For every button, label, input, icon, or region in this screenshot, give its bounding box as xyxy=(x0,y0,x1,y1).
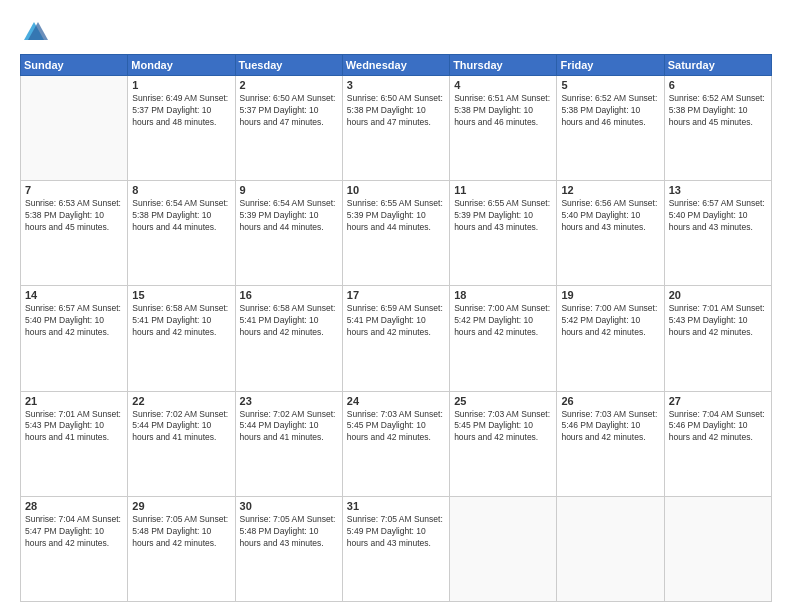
cell-info: Sunrise: 6:57 AM Sunset: 5:40 PM Dayligh… xyxy=(25,303,123,339)
day-number: 4 xyxy=(454,79,552,91)
day-number: 23 xyxy=(240,395,338,407)
calendar-week-row: 7Sunrise: 6:53 AM Sunset: 5:38 PM Daylig… xyxy=(21,181,772,286)
calendar-cell: 30Sunrise: 7:05 AM Sunset: 5:48 PM Dayli… xyxy=(235,496,342,601)
cell-info: Sunrise: 7:05 AM Sunset: 5:49 PM Dayligh… xyxy=(347,514,445,550)
day-number: 27 xyxy=(669,395,767,407)
day-number: 8 xyxy=(132,184,230,196)
weekday-header: Thursday xyxy=(450,55,557,76)
day-number: 29 xyxy=(132,500,230,512)
weekday-header: Monday xyxy=(128,55,235,76)
cell-info: Sunrise: 7:05 AM Sunset: 5:48 PM Dayligh… xyxy=(132,514,230,550)
day-number: 14 xyxy=(25,289,123,301)
calendar-cell: 17Sunrise: 6:59 AM Sunset: 5:41 PM Dayli… xyxy=(342,286,449,391)
weekday-header: Wednesday xyxy=(342,55,449,76)
day-number: 24 xyxy=(347,395,445,407)
calendar-cell: 19Sunrise: 7:00 AM Sunset: 5:42 PM Dayli… xyxy=(557,286,664,391)
logo xyxy=(20,18,52,46)
calendar-cell xyxy=(21,76,128,181)
calendar-cell: 8Sunrise: 6:54 AM Sunset: 5:38 PM Daylig… xyxy=(128,181,235,286)
calendar-cell: 6Sunrise: 6:52 AM Sunset: 5:38 PM Daylig… xyxy=(664,76,771,181)
cell-info: Sunrise: 6:49 AM Sunset: 5:37 PM Dayligh… xyxy=(132,93,230,129)
calendar-week-row: 1Sunrise: 6:49 AM Sunset: 5:37 PM Daylig… xyxy=(21,76,772,181)
weekday-header: Friday xyxy=(557,55,664,76)
cell-info: Sunrise: 6:58 AM Sunset: 5:41 PM Dayligh… xyxy=(132,303,230,339)
calendar-cell: 7Sunrise: 6:53 AM Sunset: 5:38 PM Daylig… xyxy=(21,181,128,286)
calendar-cell: 23Sunrise: 7:02 AM Sunset: 5:44 PM Dayli… xyxy=(235,391,342,496)
calendar-week-row: 28Sunrise: 7:04 AM Sunset: 5:47 PM Dayli… xyxy=(21,496,772,601)
calendar-table: SundayMondayTuesdayWednesdayThursdayFrid… xyxy=(20,54,772,602)
cell-info: Sunrise: 6:55 AM Sunset: 5:39 PM Dayligh… xyxy=(454,198,552,234)
day-number: 28 xyxy=(25,500,123,512)
weekday-header: Tuesday xyxy=(235,55,342,76)
cell-info: Sunrise: 7:03 AM Sunset: 5:46 PM Dayligh… xyxy=(561,409,659,445)
calendar-cell: 26Sunrise: 7:03 AM Sunset: 5:46 PM Dayli… xyxy=(557,391,664,496)
calendar-week-row: 14Sunrise: 6:57 AM Sunset: 5:40 PM Dayli… xyxy=(21,286,772,391)
cell-info: Sunrise: 7:02 AM Sunset: 5:44 PM Dayligh… xyxy=(240,409,338,445)
cell-info: Sunrise: 7:01 AM Sunset: 5:43 PM Dayligh… xyxy=(669,303,767,339)
day-number: 21 xyxy=(25,395,123,407)
weekday-header: Sunday xyxy=(21,55,128,76)
calendar-cell: 21Sunrise: 7:01 AM Sunset: 5:43 PM Dayli… xyxy=(21,391,128,496)
cell-info: Sunrise: 6:52 AM Sunset: 5:38 PM Dayligh… xyxy=(669,93,767,129)
calendar-cell: 29Sunrise: 7:05 AM Sunset: 5:48 PM Dayli… xyxy=(128,496,235,601)
day-number: 5 xyxy=(561,79,659,91)
cell-info: Sunrise: 6:56 AM Sunset: 5:40 PM Dayligh… xyxy=(561,198,659,234)
day-number: 26 xyxy=(561,395,659,407)
calendar-cell: 1Sunrise: 6:49 AM Sunset: 5:37 PM Daylig… xyxy=(128,76,235,181)
calendar-cell: 2Sunrise: 6:50 AM Sunset: 5:37 PM Daylig… xyxy=(235,76,342,181)
cell-info: Sunrise: 7:00 AM Sunset: 5:42 PM Dayligh… xyxy=(454,303,552,339)
calendar-cell: 24Sunrise: 7:03 AM Sunset: 5:45 PM Dayli… xyxy=(342,391,449,496)
cell-info: Sunrise: 7:04 AM Sunset: 5:46 PM Dayligh… xyxy=(669,409,767,445)
day-number: 7 xyxy=(25,184,123,196)
calendar-cell: 9Sunrise: 6:54 AM Sunset: 5:39 PM Daylig… xyxy=(235,181,342,286)
cell-info: Sunrise: 7:01 AM Sunset: 5:43 PM Dayligh… xyxy=(25,409,123,445)
calendar-cell xyxy=(557,496,664,601)
calendar-cell: 25Sunrise: 7:03 AM Sunset: 5:45 PM Dayli… xyxy=(450,391,557,496)
calendar-cell: 12Sunrise: 6:56 AM Sunset: 5:40 PM Dayli… xyxy=(557,181,664,286)
page: SundayMondayTuesdayWednesdayThursdayFrid… xyxy=(0,0,792,612)
day-number: 10 xyxy=(347,184,445,196)
day-number: 20 xyxy=(669,289,767,301)
cell-info: Sunrise: 7:04 AM Sunset: 5:47 PM Dayligh… xyxy=(25,514,123,550)
calendar-cell: 27Sunrise: 7:04 AM Sunset: 5:46 PM Dayli… xyxy=(664,391,771,496)
calendar-cell: 18Sunrise: 7:00 AM Sunset: 5:42 PM Dayli… xyxy=(450,286,557,391)
day-number: 12 xyxy=(561,184,659,196)
day-number: 9 xyxy=(240,184,338,196)
calendar-cell: 11Sunrise: 6:55 AM Sunset: 5:39 PM Dayli… xyxy=(450,181,557,286)
day-number: 6 xyxy=(669,79,767,91)
day-number: 17 xyxy=(347,289,445,301)
calendar-cell xyxy=(664,496,771,601)
day-number: 18 xyxy=(454,289,552,301)
cell-info: Sunrise: 6:51 AM Sunset: 5:38 PM Dayligh… xyxy=(454,93,552,129)
cell-info: Sunrise: 7:03 AM Sunset: 5:45 PM Dayligh… xyxy=(347,409,445,445)
cell-info: Sunrise: 6:59 AM Sunset: 5:41 PM Dayligh… xyxy=(347,303,445,339)
day-number: 31 xyxy=(347,500,445,512)
header xyxy=(20,18,772,46)
calendar-cell: 14Sunrise: 6:57 AM Sunset: 5:40 PM Dayli… xyxy=(21,286,128,391)
cell-info: Sunrise: 7:03 AM Sunset: 5:45 PM Dayligh… xyxy=(454,409,552,445)
day-number: 15 xyxy=(132,289,230,301)
calendar-cell: 16Sunrise: 6:58 AM Sunset: 5:41 PM Dayli… xyxy=(235,286,342,391)
day-number: 30 xyxy=(240,500,338,512)
calendar-cell: 10Sunrise: 6:55 AM Sunset: 5:39 PM Dayli… xyxy=(342,181,449,286)
cell-info: Sunrise: 6:58 AM Sunset: 5:41 PM Dayligh… xyxy=(240,303,338,339)
calendar-cell: 31Sunrise: 7:05 AM Sunset: 5:49 PM Dayli… xyxy=(342,496,449,601)
day-number: 16 xyxy=(240,289,338,301)
day-number: 3 xyxy=(347,79,445,91)
cell-info: Sunrise: 6:57 AM Sunset: 5:40 PM Dayligh… xyxy=(669,198,767,234)
calendar-cell: 20Sunrise: 7:01 AM Sunset: 5:43 PM Dayli… xyxy=(664,286,771,391)
cell-info: Sunrise: 7:05 AM Sunset: 5:48 PM Dayligh… xyxy=(240,514,338,550)
calendar-cell xyxy=(450,496,557,601)
day-number: 22 xyxy=(132,395,230,407)
cell-info: Sunrise: 6:50 AM Sunset: 5:37 PM Dayligh… xyxy=(240,93,338,129)
day-number: 25 xyxy=(454,395,552,407)
day-number: 2 xyxy=(240,79,338,91)
day-number: 13 xyxy=(669,184,767,196)
calendar-cell: 4Sunrise: 6:51 AM Sunset: 5:38 PM Daylig… xyxy=(450,76,557,181)
calendar-cell: 28Sunrise: 7:04 AM Sunset: 5:47 PM Dayli… xyxy=(21,496,128,601)
weekday-header: Saturday xyxy=(664,55,771,76)
cell-info: Sunrise: 6:54 AM Sunset: 5:38 PM Dayligh… xyxy=(132,198,230,234)
cell-info: Sunrise: 6:50 AM Sunset: 5:38 PM Dayligh… xyxy=(347,93,445,129)
cell-info: Sunrise: 6:54 AM Sunset: 5:39 PM Dayligh… xyxy=(240,198,338,234)
day-number: 19 xyxy=(561,289,659,301)
